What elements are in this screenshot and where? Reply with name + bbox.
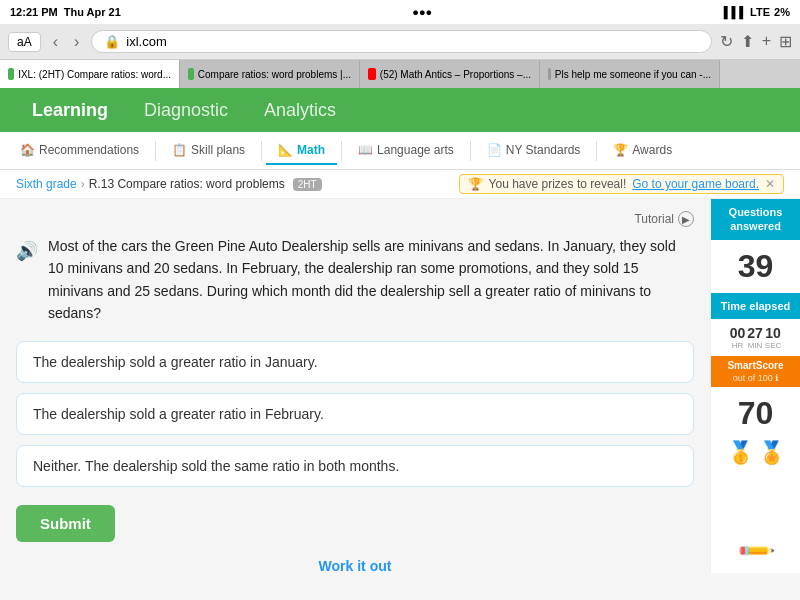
breadcrumb-badge: 2HT	[293, 178, 322, 191]
time-hours-label: HR	[730, 341, 746, 350]
time-minutes-value: 27	[747, 325, 763, 341]
reload-icon[interactable]: ↻	[720, 32, 733, 51]
ny-standards-icon: 📄	[487, 143, 502, 157]
smart-score-label: SmartScore	[727, 360, 783, 371]
browser-tab-3[interactable]: (52) Math Antics – Proportions –...	[360, 60, 540, 88]
font-size-button[interactable]: aA	[8, 32, 41, 52]
prize-close-button[interactable]: ✕	[765, 177, 775, 191]
browser-chrome: aA ‹ › 🔒 ixl.com ↻ ⬆ + ⊞	[0, 24, 800, 60]
tutorial-label: Tutorial	[634, 212, 674, 226]
awards-icons: 🥇 🏅	[711, 436, 800, 470]
time-hours-value: 00	[730, 325, 746, 341]
time-elapsed-header: Time elapsed	[711, 293, 800, 319]
network-indicator: ▌▌▌ LTE	[724, 6, 770, 18]
tab2-favicon	[188, 68, 194, 80]
subnav-divider-1	[155, 141, 156, 161]
questions-answered-value: 39	[711, 240, 800, 293]
smart-score-header: SmartScore	[711, 356, 800, 373]
smart-score-section: SmartScore out of 100 ℹ 70 🥇 🏅	[711, 356, 800, 470]
smart-score-sublabel: out of 100 ℹ	[711, 373, 800, 387]
answer-option-2[interactable]: The dealership sold a greater ratio in F…	[16, 393, 694, 435]
work-it-out-heading: Work it out	[16, 558, 694, 573]
answer-option-1-text: The dealership sold a greater ratio in J…	[33, 354, 318, 370]
time-elapsed-label: Time elapsed	[721, 300, 791, 312]
submit-button[interactable]: Submit	[16, 505, 115, 542]
subnav-divider-4	[470, 141, 471, 161]
tutorial-button[interactable]: Tutorial ▶	[634, 211, 694, 227]
answer-option-3-text: Neither. The dealership sold the same ra…	[33, 458, 399, 474]
subnav-skill-plans[interactable]: 📋 Skill plans	[160, 137, 257, 165]
back-button[interactable]: ‹	[49, 33, 62, 51]
questions-answered-header: Questions answered	[711, 199, 800, 240]
time-seconds: 10 SEC	[765, 325, 781, 350]
new-tab-icon[interactable]: +	[762, 32, 771, 51]
forward-button[interactable]: ›	[70, 33, 83, 51]
browser-tab-1[interactable]: IXL: (2HT) Compare ratios: word...	[0, 60, 180, 88]
subnav-ny-standards[interactable]: 📄 NY Standards	[475, 137, 593, 165]
questions-answered-section: Questions answered 39	[711, 199, 800, 293]
nav-item-learning[interactable]: Learning	[16, 92, 124, 129]
content-area: Tutorial ▶ 🔊 Most of the cars the Green …	[0, 199, 800, 573]
subnav-divider-3	[341, 141, 342, 161]
subnav-recommendations[interactable]: 🏠 Recommendations	[8, 137, 151, 165]
lock-icon: 🔒	[104, 34, 120, 49]
url-text: ixl.com	[126, 34, 166, 49]
breadcrumb-separator: ›	[81, 177, 85, 191]
prize-text: You have prizes to reveal!	[489, 177, 627, 191]
tab1-favicon	[8, 68, 14, 80]
math-label: Math	[297, 143, 325, 157]
prize-link[interactable]: Go to your game board.	[632, 177, 759, 191]
subnav-awards[interactable]: 🏆 Awards	[601, 137, 684, 165]
time-seconds-label: SEC	[765, 341, 781, 350]
nav-item-diagnostic[interactable]: Diagnostic	[128, 92, 244, 129]
breadcrumb-grade-link[interactable]: Sixth grade	[16, 177, 77, 191]
signal-dots: ●●●	[412, 6, 432, 18]
share-icon[interactable]: ⬆	[741, 32, 754, 51]
nav-item-analytics[interactable]: Analytics	[248, 92, 352, 129]
breadcrumb: Sixth grade › R.13 Compare ratios: word …	[0, 170, 800, 199]
answer-option-3[interactable]: Neither. The dealership sold the same ra…	[16, 445, 694, 487]
question-text: 🔊 Most of the cars the Green Pine Auto D…	[16, 235, 694, 325]
smart-score-out-of: out of 100	[733, 373, 773, 383]
tab1-label: IXL: (2HT) Compare ratios: word...	[18, 69, 171, 80]
skill-plans-label: Skill plans	[191, 143, 245, 157]
browser-tabs-bar: IXL: (2HT) Compare ratios: word... Compa…	[0, 60, 800, 88]
blue-medal-icon: 🏅	[758, 440, 785, 466]
right-sidebar: Questions answered 39 Time elapsed 00 HR…	[710, 199, 800, 573]
gold-medal-icon: 🥇	[727, 440, 754, 466]
tab4-favicon	[548, 68, 551, 80]
math-icon: 📐	[278, 143, 293, 157]
tabs-icon[interactable]: ⊞	[779, 32, 792, 51]
battery-indicator: 2%	[774, 6, 790, 18]
status-time: 12:21 PM	[10, 6, 58, 18]
smart-score-value: 70	[711, 387, 800, 436]
audio-icon[interactable]: 🔊	[16, 237, 38, 266]
time-hours: 00 HR	[730, 325, 746, 350]
tab3-label: (52) Math Antics – Proportions –...	[380, 69, 531, 80]
smart-score-info-icon[interactable]: ℹ	[775, 373, 778, 383]
time-elapsed-section: Time elapsed 00 HR 27 MIN 10 SEC	[711, 293, 800, 356]
awards-icon: 🏆	[613, 143, 628, 157]
ny-standards-label: NY Standards	[506, 143, 581, 157]
status-day: Thu Apr 21	[64, 6, 121, 18]
tab4-label: Pls help me someone if you can -...	[555, 69, 711, 80]
browser-tab-4[interactable]: Pls help me someone if you can -...	[540, 60, 720, 88]
question-body: Most of the cars the Green Pine Auto Dea…	[48, 235, 694, 325]
subnav-math[interactable]: 📐 Math	[266, 137, 337, 165]
time-minutes-label: MIN	[747, 341, 763, 350]
status-bar: 12:21 PM Thu Apr 21 ●●● ▌▌▌ LTE 2%	[0, 0, 800, 24]
recommendations-icon: 🏠	[20, 143, 35, 157]
language-arts-label: Language arts	[377, 143, 454, 157]
browser-tab-2[interactable]: Compare ratios: word problems |...	[180, 60, 360, 88]
language-arts-icon: 📖	[358, 143, 373, 157]
questions-answered-label: Questions answered	[729, 206, 783, 232]
subnav-language-arts[interactable]: 📖 Language arts	[346, 137, 466, 165]
pencil-area: ✏️	[711, 521, 800, 573]
answer-option-2-text: The dealership sold a greater ratio in F…	[33, 406, 324, 422]
awards-label: Awards	[632, 143, 672, 157]
time-minutes: 27 MIN	[747, 325, 763, 350]
prize-trophy-icon: 🏆	[468, 177, 483, 191]
pencil-icon[interactable]: ✏️	[735, 530, 776, 571]
address-bar[interactable]: 🔒 ixl.com	[91, 30, 711, 53]
answer-option-1[interactable]: The dealership sold a greater ratio in J…	[16, 341, 694, 383]
